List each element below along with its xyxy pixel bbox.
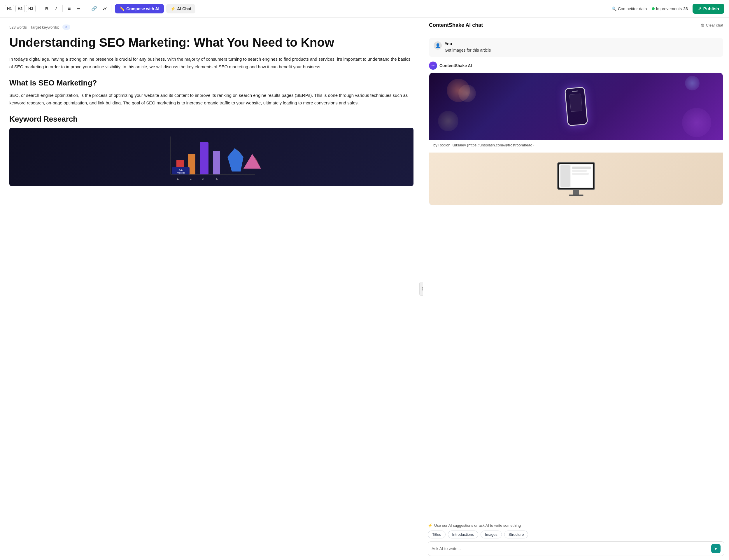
- article-title[interactable]: Understanding SEO Marketing: What You Ne…: [9, 36, 413, 50]
- article-h2-1[interactable]: What is SEO Marketing?: [9, 78, 413, 87]
- chat-input-row: ➤: [428, 541, 724, 556]
- article-intro[interactable]: In today's digital age, having a strong …: [9, 55, 413, 70]
- improvements-label: Improvements: [656, 6, 682, 11]
- svg-rect-5: [213, 151, 220, 174]
- chat-title: ContentShake AI chat: [429, 22, 483, 28]
- user-message: 👤 You Get images for this article: [429, 38, 723, 57]
- link-button[interactable]: 🔗: [90, 5, 99, 13]
- user-message-content: You Get images for this article: [445, 41, 491, 53]
- toolbar-right: 🔍 Competitor data Improvements 23 ↗ Publ…: [611, 4, 724, 14]
- search-icon: 🔍: [611, 6, 616, 11]
- keyword-label: Target keywords:: [30, 25, 59, 29]
- heading-buttons: H1 H2 H3: [5, 5, 36, 12]
- chat-input-area: ⚡ Use our AI suggestions or ask AI to wr…: [423, 519, 729, 560]
- competitor-data-button[interactable]: 🔍 Competitor data: [611, 6, 647, 11]
- send-icon: ➤: [714, 546, 718, 551]
- chart-svg: 1. 2. 3. 4. Data Analytics: [153, 131, 270, 183]
- ai-icon: ✏: [431, 64, 434, 68]
- improvements-dot: [652, 7, 655, 10]
- clear-icon: 🗑: [701, 23, 704, 27]
- ai-msg-header: ✏ ContentShake AI: [429, 62, 723, 70]
- h3-button[interactable]: H3: [26, 5, 36, 12]
- user-icon: 👤: [435, 43, 440, 48]
- publish-label: Publish: [703, 6, 719, 11]
- compose-ai-button[interactable]: ✏️ Compose with AI: [115, 4, 164, 13]
- publish-button[interactable]: ↗ Publish: [693, 4, 724, 14]
- ai-suggestion-label: ⚡ Use our AI suggestions or ask AI to wr…: [428, 523, 724, 528]
- ai-chat-label: AI Chat: [177, 6, 191, 11]
- unordered-list-button[interactable]: ☰: [75, 5, 82, 13]
- ai-message: ✏ ContentShake AI: [429, 62, 723, 205]
- clear-format-button[interactable]: 𝒯̶: [101, 5, 108, 13]
- user-message-text: Get images for this article: [445, 47, 491, 53]
- chat-input[interactable]: [431, 546, 709, 551]
- chat-messages: 👤 You Get images for this article ✏ Cont…: [423, 33, 729, 519]
- main-layout: 523 words Target keywords: 3 Understandi…: [0, 17, 729, 560]
- svg-text:Analytics: Analytics: [177, 172, 185, 174]
- divider-2: [62, 5, 63, 12]
- svg-marker-8: [244, 154, 261, 169]
- ai-chat-icon: ⚡: [170, 6, 175, 11]
- svg-marker-6: [228, 148, 244, 171]
- user-name: You: [445, 41, 491, 46]
- chip-structure[interactable]: Structure: [504, 531, 528, 538]
- improvements-count: 23: [683, 6, 688, 11]
- divider-1: [39, 5, 39, 12]
- divider-4: [111, 5, 111, 12]
- svg-text:Data: Data: [179, 169, 183, 171]
- chip-introductions[interactable]: Introductions: [448, 531, 478, 538]
- send-button[interactable]: ➤: [711, 544, 721, 553]
- data-analytics-image: 1. 2. 3. 4. Data Analytics: [9, 128, 413, 186]
- suggestion-text: Use our AI suggestions or ask AI to writ…: [434, 523, 521, 528]
- article-h2-keyword[interactable]: Keyword Research: [9, 115, 413, 124]
- keyword-badge[interactable]: 3: [62, 25, 70, 30]
- ai-response-card: by Rodion Kutsaiev (https://unsplash.com…: [429, 73, 723, 205]
- chat-header: ContentShake AI chat 🗑 Clear chat: [423, 17, 729, 33]
- ai-avatar: ✏: [429, 62, 437, 70]
- ai-image-2: [429, 153, 723, 205]
- clear-chat-button[interactable]: 🗑 Clear chat: [701, 23, 723, 27]
- svg-rect-4: [200, 142, 209, 174]
- image-caption-1: by Rodion Kutsaiev (https://unsplash.com…: [429, 140, 723, 150]
- divider-3: [86, 5, 86, 12]
- suggestion-chips: Titles Introductions Images Structure: [428, 531, 724, 538]
- ai-image-1: [429, 73, 723, 140]
- svg-text:2.: 2.: [190, 177, 192, 180]
- chip-images[interactable]: Images: [480, 531, 502, 538]
- word-count: 523 words: [9, 25, 27, 29]
- h2-button[interactable]: H2: [15, 5, 25, 12]
- suggestion-icon: ⚡: [428, 523, 432, 528]
- compose-icon: ✏️: [120, 6, 125, 11]
- user-avatar: 👤: [433, 41, 442, 50]
- svg-text:1.: 1.: [177, 177, 179, 180]
- chip-titles[interactable]: Titles: [428, 531, 445, 538]
- svg-text:4.: 4.: [216, 177, 218, 180]
- article-para-1[interactable]: SEO, or search engine optimization, is t…: [9, 92, 413, 106]
- improvements-button[interactable]: Improvements 23: [652, 6, 688, 11]
- toolbar: H1 H2 H3 B I ≡ ☰ 🔗 𝒯̶ ✏️ Compose with AI…: [0, 0, 729, 17]
- italic-button[interactable]: I: [53, 5, 59, 12]
- clear-chat-label: Clear chat: [706, 23, 723, 27]
- ai-chat-button[interactable]: ⚡ AI Chat: [166, 4, 195, 13]
- competitor-label: Competitor data: [618, 6, 647, 11]
- publish-icon: ↗: [698, 6, 702, 11]
- word-count-bar: 523 words Target keywords: 3: [9, 25, 413, 30]
- h1-button[interactable]: H1: [5, 5, 14, 12]
- chat-panel: ContentShake AI chat 🗑 Clear chat 👤 You …: [423, 17, 729, 560]
- editor-panel: 523 words Target keywords: 3 Understandi…: [0, 17, 423, 560]
- bold-button[interactable]: B: [43, 5, 51, 12]
- collapse-panel-button[interactable]: ⟩⟩: [419, 282, 423, 296]
- compose-label: Compose with AI: [126, 6, 159, 11]
- ordered-list-button[interactable]: ≡: [66, 5, 72, 13]
- ai-name: ContentShake AI: [439, 63, 472, 68]
- svg-text:3.: 3.: [202, 177, 205, 180]
